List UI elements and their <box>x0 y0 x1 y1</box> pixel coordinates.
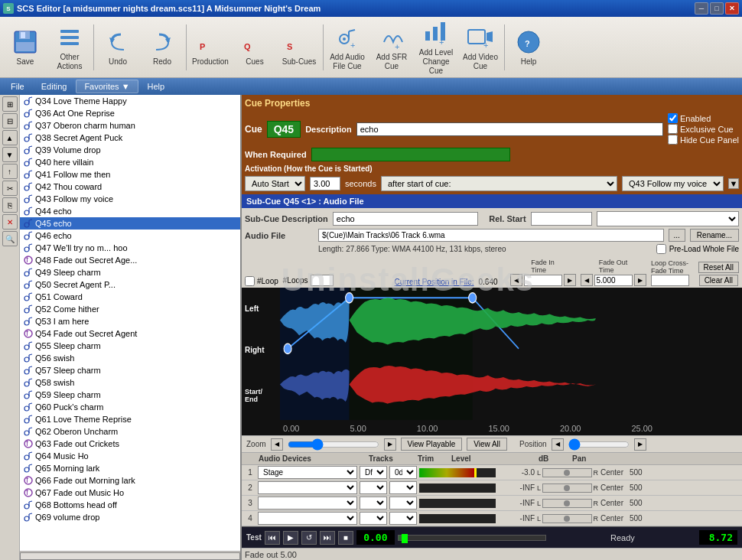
cue-item[interactable]: Q56 swish <box>20 352 240 364</box>
sidebar-tool-down[interactable]: ▼ <box>2 147 18 162</box>
cue-item[interactable]: Q37 Oberon charm human <box>20 119 240 132</box>
loop-checkbox[interactable] <box>245 276 255 286</box>
fade-in-input[interactable] <box>524 275 562 286</box>
after-label-select[interactable]: after start of cue: <box>381 176 617 191</box>
cue-item[interactable]: Q55 Sleep charm <box>20 340 240 352</box>
cue-item[interactable]: Q69 volume drop <box>20 511 240 523</box>
zoom-right-btn[interactable]: ▶ <box>384 438 396 451</box>
cue-item[interactable]: Q42 Thou coward <box>20 181 240 193</box>
audio-trim-select-2[interactable] <box>389 497 417 510</box>
cue-item[interactable]: fQ48 Fade out Secret Age... <box>20 254 240 266</box>
cue-item[interactable]: Q53 I am here <box>20 315 240 327</box>
undo-button[interactable]: Undo <box>96 21 140 74</box>
cue-item[interactable]: Q60 Puck's charm <box>20 401 240 413</box>
activation-expand[interactable]: ▼ <box>728 178 739 189</box>
audio-device-select-0[interactable]: Stage <box>258 466 357 479</box>
reset-all-button[interactable]: Reset All <box>698 262 739 273</box>
audio-device-select-3[interactable] <box>258 512 357 525</box>
redo-button[interactable]: Redo <box>140 21 184 74</box>
cue-item[interactable]: Q44 echo <box>20 205 240 217</box>
transport-stop-btn[interactable]: ■ <box>338 531 353 545</box>
sidebar-tool-copy[interactable]: ⎘ <box>2 197 18 213</box>
view-all-button[interactable]: View All <box>467 438 507 451</box>
fade-in-left-btn[interactable]: ◀ <box>510 274 522 286</box>
transport-forward-btn[interactable]: ⏭ <box>320 531 335 545</box>
rename-button[interactable]: Rename... <box>690 229 739 242</box>
menu-favorites[interactable]: Favorites ▼ <box>76 80 138 93</box>
fade-in-right-btn[interactable]: ▶ <box>564 274 576 286</box>
audio-device-select-1[interactable] <box>258 481 357 494</box>
close-button[interactable]: ✕ <box>725 2 739 15</box>
position-slider[interactable] <box>568 438 630 451</box>
cue-item[interactable]: Q62 Oberon Uncharm <box>20 425 240 438</box>
description-input[interactable] <box>356 122 663 136</box>
transport-rewind-btn[interactable]: ⏮ <box>265 531 280 545</box>
subcue-desc-input[interactable] <box>333 212 478 226</box>
cue-item[interactable]: fQ67 Fade out Music Ho <box>20 487 240 499</box>
activation-type-select[interactable]: Auto Start <box>245 176 305 191</box>
cue-item[interactable]: Q45 echo <box>20 217 240 230</box>
cue-item[interactable]: Q39 Volume drop <box>20 144 240 156</box>
cue-item[interactable]: Q49 Sleep charm <box>20 266 240 278</box>
cue-item[interactable]: fQ66 Fade out Morning lark <box>20 474 240 487</box>
sidebar-tool-move-up[interactable]: ↑ <box>2 164 18 179</box>
audio-tracks-select-0[interactable]: Dft <box>360 466 387 479</box>
help-button[interactable]: ? Help <box>506 21 551 74</box>
sidebar-tool-1[interactable]: ⊞ <box>2 96 18 112</box>
pan-bar[interactable] <box>542 468 591 477</box>
cue-item[interactable]: Q51 Coward <box>20 291 240 303</box>
position-left-btn[interactable]: ◀ <box>552 438 564 451</box>
minimize-button[interactable]: ─ <box>695 2 708 15</box>
audio-trim-select-3[interactable] <box>389 512 417 525</box>
cue-item[interactable]: Q34 Love Theme Happy <box>20 95 240 107</box>
cue-item[interactable]: Q47 We'll try no m... hoo <box>20 242 240 254</box>
position-right-btn[interactable]: ▶ <box>634 438 646 451</box>
subcues-button[interactable]: S Sub-Cues <box>277 21 321 74</box>
audio-trim-select-1[interactable] <box>389 481 417 494</box>
cues-button[interactable]: Q Cues <box>233 21 277 74</box>
audio-device-select-2[interactable] <box>258 497 357 510</box>
cue-item[interactable]: fQ63 Fade out Crickets <box>20 438 240 450</box>
clear-all-button[interactable]: Clear All <box>699 275 738 286</box>
preload-checkbox[interactable] <box>656 244 666 254</box>
loop-crossfade-input[interactable] <box>651 275 689 286</box>
sidebar-tool-scissors[interactable]: ✂ <box>2 181 18 196</box>
add-audio-button[interactable]: + Add AudioFile Cue <box>325 21 369 74</box>
transport-loop-btn[interactable]: ↺ <box>301 531 317 545</box>
activation-seconds-input[interactable] <box>310 177 340 190</box>
menu-help[interactable]: Help <box>140 80 173 93</box>
sidebar-tool-2[interactable]: ⊟ <box>2 113 18 129</box>
cue-item[interactable]: Q46 echo <box>20 230 240 242</box>
cue-item[interactable]: Q61 Love Theme Reprise <box>20 413 240 425</box>
fade-out-right-btn[interactable]: ▶ <box>634 274 646 286</box>
cue-item[interactable]: Q58 swish <box>20 376 240 389</box>
when-required-input[interactable] <box>311 148 510 161</box>
audio-tracks-select-2[interactable] <box>360 497 387 510</box>
add-level-button[interactable]: + Add LevelChange Cue <box>414 21 458 74</box>
after-cue-select[interactable]: Q43 Follow my voice <box>622 176 724 191</box>
fade-out-input[interactable] <box>594 275 633 286</box>
horizontal-scrollbar[interactable] <box>20 551 240 560</box>
fade-out-left-btn[interactable]: ◀ <box>581 274 593 286</box>
cue-item[interactable]: Q65 Morning lark <box>20 462 240 474</box>
production-button[interactable]: P Production <box>188 21 233 74</box>
save-button[interactable]: Save <box>3 21 47 74</box>
menu-editing[interactable]: Editing <box>34 80 75 93</box>
cue-item[interactable]: Q64 Music Ho <box>20 450 240 462</box>
rel-start-select[interactable] <box>597 211 739 226</box>
audio-file-input[interactable] <box>318 229 664 242</box>
rel-start-input[interactable] <box>531 212 592 226</box>
exclusive-checkbox[interactable] <box>668 124 678 134</box>
zoom-slider[interactable] <box>288 438 379 451</box>
add-video-button[interactable]: + Add VideoCue <box>458 21 503 74</box>
cue-item[interactable]: fQ54 Fade out Secret Agent <box>20 327 240 340</box>
maximize-button[interactable]: □ <box>710 2 724 15</box>
audio-tracks-select-3[interactable] <box>360 512 387 525</box>
audio-tracks-select-1[interactable] <box>360 481 387 494</box>
cue-item[interactable]: Q38 Secret Agent Puck <box>20 132 240 144</box>
transport-play-btn[interactable]: ▶ <box>283 531 298 545</box>
cue-item[interactable]: Q59 Sleep charm <box>20 389 240 401</box>
cue-item[interactable]: Q36 Act One Reprise <box>20 107 240 119</box>
sidebar-tool-search[interactable]: 🔍 <box>2 231 18 246</box>
enabled-checkbox[interactable] <box>668 113 678 123</box>
